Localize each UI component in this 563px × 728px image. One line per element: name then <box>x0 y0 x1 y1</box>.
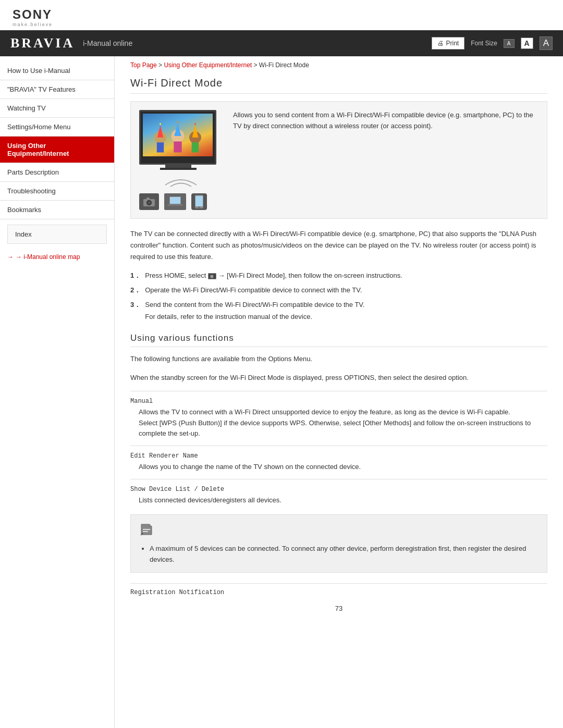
steps-list: 1． Press HOME, select ⊞ → [Wi-Fi Direct … <box>130 270 547 322</box>
font-size-label: Font Size <box>471 40 497 47</box>
manual-title: Manual <box>130 398 547 405</box>
svg-rect-20 <box>195 196 203 206</box>
sidebar-item-watching-tv[interactable]: Watching TV <box>0 99 114 118</box>
font-size-small-button[interactable]: A <box>504 39 515 48</box>
note-box: A maximum of 5 devices can be connected.… <box>130 514 547 573</box>
breadcrumb-current: Wi-Fi Direct Mode <box>259 61 309 69</box>
note-list: A maximum of 5 devices can be connected.… <box>139 544 538 565</box>
tv-screen-svg <box>143 114 213 156</box>
laptop-icon <box>167 195 183 208</box>
imanual-map-link[interactable]: → → i-Manual online map <box>0 249 114 265</box>
show-device-text: Lists connected devices/deregisters all … <box>130 495 547 506</box>
manual-section: Manual Allows the TV to connect with a W… <box>130 398 547 439</box>
arrow-icon: → <box>7 253 14 261</box>
svg-marker-10 <box>192 125 198 138</box>
section2-title: Using various functions <box>130 333 547 347</box>
show-device-title: Show Device List / Delete <box>130 486 547 493</box>
imanual-title: i-Manual online <box>83 39 132 47</box>
svg-rect-9 <box>192 142 199 152</box>
print-icon: 🖨 <box>437 40 444 47</box>
tv-image <box>139 110 223 210</box>
edit-renderer-section: Edit Renderer Name Allows you to change … <box>130 452 547 473</box>
svg-rect-17 <box>170 197 180 204</box>
camera-icon <box>143 196 155 207</box>
breadcrumb-sep1: > <box>158 61 164 69</box>
divider-2 <box>130 446 547 446</box>
divider-3 <box>130 479 547 479</box>
edit-renderer-text: Allows you to change the name of the TV … <box>130 462 547 473</box>
svg-point-14 <box>148 201 151 204</box>
page-number: 73 <box>130 604 547 612</box>
svg-rect-18 <box>167 204 183 206</box>
smartphone-icon <box>194 194 204 209</box>
sidebar-item-parts[interactable]: Parts Description <box>0 163 114 182</box>
manual-text1: Allows the TV to connect with a Wi-Fi Di… <box>130 407 547 418</box>
wifi-waves <box>139 172 223 190</box>
sidebar-item-using-other[interactable]: Using Other Equipment/Internet <box>0 137 114 163</box>
breadcrumb-top[interactable]: Top Page <box>130 61 157 69</box>
sidebar-index[interactable]: Index <box>7 225 107 244</box>
edit-renderer-title: Edit Renderer Name <box>130 452 547 460</box>
divider-1 <box>130 391 547 391</box>
sidebar-item-troubleshooting[interactable]: Troubleshooting <box>0 182 114 201</box>
sony-logo: SONY make.believe <box>13 7 550 27</box>
home-icon: ⊞ <box>208 273 216 279</box>
print-label: Print <box>446 40 459 47</box>
font-size-large-button[interactable]: A <box>540 36 553 50</box>
note-icon <box>139 522 538 539</box>
svg-marker-6 <box>174 123 181 136</box>
step-3: 3． Send the content from the Wi-Fi Direc… <box>130 299 547 322</box>
main-content: Top Page > Using Other Equipment/Interne… <box>115 56 563 728</box>
manual-text2: Select [WPS (Push Button)] if the device… <box>130 418 547 440</box>
intro-box: Allows you to send content from a Wi-Fi … <box>130 101 547 219</box>
device-icons-row <box>139 193 223 210</box>
breadcrumb-equipment[interactable]: Using Other Equipment/Internet <box>164 61 252 69</box>
note-item: A maximum of 5 devices can be connected.… <box>150 544 538 565</box>
svg-rect-5 <box>174 141 181 152</box>
sidebar-item-bravia-features[interactable]: "BRAVIA" TV Features <box>0 80 114 99</box>
bravia-logo: BRAVIA <box>10 35 75 51</box>
step-1: 1． Press HOME, select ⊞ → [Wi-Fi Direct … <box>130 270 547 281</box>
svg-rect-15 <box>146 198 150 200</box>
sidebar-item-settings[interactable]: Settings/Home Menu <box>0 118 114 137</box>
sidebar-item-bookmarks[interactable]: Bookmarks <box>0 201 114 219</box>
section2-intro2: When the standby screen for the Wi-Fi Di… <box>130 372 547 384</box>
breadcrumb-sep2: > <box>254 61 259 69</box>
print-button[interactable]: 🖨 Print <box>432 37 464 50</box>
intro-text: Allows you to send content from a Wi-Fi … <box>233 110 538 210</box>
body-text: The TV can be connected directly with a … <box>130 228 547 263</box>
section2-intro1: The following functions are available fr… <box>130 353 547 365</box>
svg-point-21 <box>199 207 200 208</box>
show-device-section: Show Device List / Delete Lists connecte… <box>130 486 547 506</box>
svg-rect-1 <box>157 142 164 152</box>
font-size-medium-button[interactable]: A <box>521 38 533 49</box>
registration-title: Registration Notification <box>130 589 547 596</box>
imanual-map-label: → i-Manual online map <box>16 253 80 261</box>
breadcrumb: Top Page > Using Other Equipment/Interne… <box>130 56 547 72</box>
step-2: 2． Operate the Wi-Fi Direct/Wi-Fi compat… <box>130 285 547 296</box>
sidebar: How to Use i-Manual "BRAVIA" TV Features… <box>0 56 115 728</box>
sidebar-item-how-to-use[interactable]: How to Use i-Manual <box>0 61 114 80</box>
svg-marker-2 <box>157 125 163 138</box>
registration-section: Registration Notification <box>130 583 547 596</box>
page-title: Wi-Fi Direct Mode <box>130 77 547 94</box>
